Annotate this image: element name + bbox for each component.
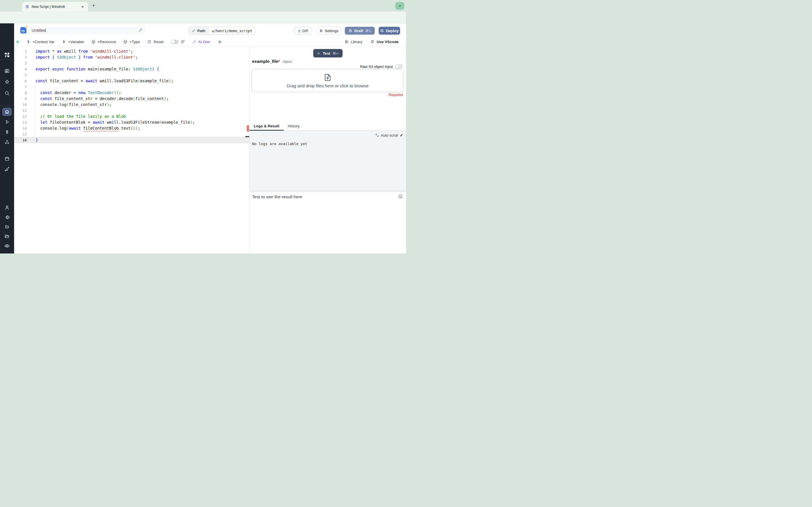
draft-label: Draft bbox=[354, 29, 363, 33]
library-icon bbox=[345, 40, 349, 44]
settings-button[interactable]: Settings bbox=[316, 27, 341, 35]
multiplayer-control[interactable] bbox=[171, 40, 185, 44]
raw-s3-row: Raw S3 object input bbox=[360, 64, 403, 69]
sidebar-item-resources[interactable] bbox=[4, 139, 10, 145]
info-icon[interactable] bbox=[398, 194, 403, 199]
code-line[interactable]: 12 // Or load the file lazily as a Blob bbox=[14, 114, 249, 119]
line-number: 14 bbox=[14, 125, 36, 131]
library-button[interactable]: Library bbox=[345, 40, 362, 44]
code-line[interactable]: 9 const file_content_str = decoder.decod… bbox=[14, 96, 249, 102]
code-line[interactable]: 3 bbox=[14, 60, 249, 66]
logs-area: Auto scroll ✓ No logs are available yet bbox=[250, 131, 406, 190]
script-path-control[interactable]: Path u/henri/demo_script bbox=[188, 27, 255, 35]
sidebar-item-runs[interactable] bbox=[4, 119, 10, 125]
code-line[interactable]: 1import * as wmill from 'windmill-client… bbox=[14, 48, 249, 54]
code-line[interactable]: 2import { S3Object } from 'windmill-clie… bbox=[14, 54, 249, 60]
sidebar-item-folders[interactable] bbox=[4, 233, 10, 239]
preview-panel: Test ⌘↵ example_file * object Raw S3 obj… bbox=[249, 47, 406, 253]
sidebar-divider bbox=[0, 59, 14, 60]
sidebar-item-user[interactable] bbox=[4, 205, 10, 210]
path-label: Path bbox=[197, 29, 205, 33]
code-line[interactable]: 7 bbox=[14, 84, 249, 90]
path-value[interactable]: u/henri/demo_script bbox=[209, 27, 255, 34]
reset-button[interactable]: Reset bbox=[147, 40, 163, 44]
sidebar-item-home[interactable] bbox=[4, 109, 10, 115]
diff-button[interactable]: ± Diff bbox=[294, 27, 312, 35]
close-tab-icon[interactable]: × bbox=[80, 4, 85, 9]
autoscroll-control[interactable]: Auto scroll ✓ bbox=[375, 133, 403, 137]
sidebar-item-variables[interactable] bbox=[4, 129, 10, 135]
sidebar-item-workers[interactable] bbox=[4, 224, 10, 230]
test-shortcut: ⌘↵ bbox=[333, 51, 339, 55]
plus-minus-icon: ± bbox=[298, 29, 301, 33]
browser-tab[interactable]: New Script | Windmill × bbox=[22, 2, 88, 11]
sidebar-item-apps[interactable] bbox=[4, 68, 10, 74]
overview-cursor-marker bbox=[245, 136, 249, 137]
ai-gen-button[interactable]: AI Gen bbox=[192, 40, 210, 44]
new-tab-icon[interactable]: + bbox=[90, 2, 97, 9]
dollar-icon bbox=[26, 40, 31, 44]
edit-title-icon[interactable] bbox=[138, 28, 143, 33]
code-line[interactable]: 13 let fileContentBlob = await wmill.loa… bbox=[14, 119, 249, 125]
line-number: 6 bbox=[14, 78, 36, 84]
sidebar-item-favorites[interactable] bbox=[4, 79, 10, 85]
required-badge: Required bbox=[389, 93, 403, 97]
code-line[interactable]: 16} bbox=[14, 137, 249, 143]
reset-icon bbox=[147, 40, 151, 44]
editor-settings-gear-icon[interactable] bbox=[217, 40, 221, 44]
line-number: 8 bbox=[14, 90, 36, 96]
sidebar-item-schedules[interactable] bbox=[4, 156, 10, 162]
browser-sidepanel-button[interactable] bbox=[395, 2, 404, 10]
draft-button[interactable]: Draft ⌘S bbox=[345, 27, 375, 35]
argument-name: example_file bbox=[252, 59, 278, 64]
code-line[interactable]: 5 bbox=[14, 72, 249, 78]
use-vscode-button[interactable]: Use VScode bbox=[370, 40, 399, 44]
tab-history[interactable]: History bbox=[284, 122, 304, 130]
autoscroll-label: Auto scroll bbox=[381, 133, 398, 137]
add-context-var-button[interactable]: +Context Var bbox=[26, 40, 54, 44]
vscode-icon bbox=[370, 40, 375, 44]
expand-icon[interactable] bbox=[375, 133, 379, 137]
test-button[interactable]: Test ⌘↵ bbox=[313, 49, 343, 57]
add-type-button[interactable]: +Type bbox=[123, 40, 140, 44]
library-label: Library bbox=[351, 40, 362, 44]
browser-window: New Script | Windmill × + app.windmill.d bbox=[0, 0, 406, 253]
panel-tabs: Logs & Result History bbox=[250, 122, 406, 131]
indent-guide bbox=[36, 84, 36, 137]
line-number: 3 bbox=[14, 60, 36, 66]
code-line[interactable]: 8 const decoder = new TextDecoder(); bbox=[14, 90, 249, 96]
line-number: 5 bbox=[14, 72, 36, 78]
code-line[interactable]: 6const file_content = await wmill.loadS3… bbox=[14, 78, 249, 84]
code-line[interactable]: 10 console.log(file_content_str); bbox=[14, 102, 249, 108]
windmill-logo[interactable] bbox=[3, 51, 11, 59]
line-number: 4 bbox=[14, 66, 36, 72]
sidebar-item-flows[interactable] bbox=[4, 166, 10, 172]
line-number: 15 bbox=[14, 131, 36, 137]
code-editor[interactable]: 1import * as wmill from 'windmill-client… bbox=[14, 47, 249, 253]
multiplayer-toggle[interactable] bbox=[171, 40, 179, 44]
add-resource-button[interactable]: +Resource bbox=[91, 40, 116, 44]
code-line[interactable]: 14 console.log(await fileContentBlob.tex… bbox=[14, 125, 249, 131]
argument-type: object bbox=[283, 60, 292, 64]
tab-logs-result[interactable]: Logs & Result bbox=[250, 122, 284, 130]
search-icon[interactable] bbox=[4, 91, 10, 96]
script-title-input[interactable] bbox=[28, 26, 146, 34]
code-line[interactable]: 15 bbox=[14, 131, 249, 137]
deploy-button[interactable]: Deploy bbox=[378, 27, 400, 35]
edit-path-icon bbox=[192, 29, 195, 33]
code-lines: 1import * as wmill from 'windmill-client… bbox=[14, 48, 249, 143]
gear-icon bbox=[319, 29, 323, 33]
add-variable-button[interactable]: +Variable bbox=[62, 40, 84, 44]
save-icon bbox=[349, 29, 352, 33]
raw-s3-toggle[interactable] bbox=[395, 64, 403, 69]
magic-wand-icon bbox=[192, 40, 196, 44]
code-line[interactable]: 4export async function main(example_file… bbox=[14, 66, 249, 72]
user-voice-icon bbox=[181, 40, 185, 44]
eye-icon[interactable] bbox=[4, 243, 10, 249]
file-dropzone[interactable]: Drag and drop files here or click to bro… bbox=[252, 69, 403, 93]
sidebar-item-settings[interactable] bbox=[4, 214, 10, 220]
code-line[interactable]: 11 bbox=[14, 108, 249, 114]
path-label-segment[interactable]: Path bbox=[189, 27, 209, 34]
language-badge: TS bbox=[20, 27, 27, 34]
chevron-down-icon bbox=[398, 4, 402, 8]
